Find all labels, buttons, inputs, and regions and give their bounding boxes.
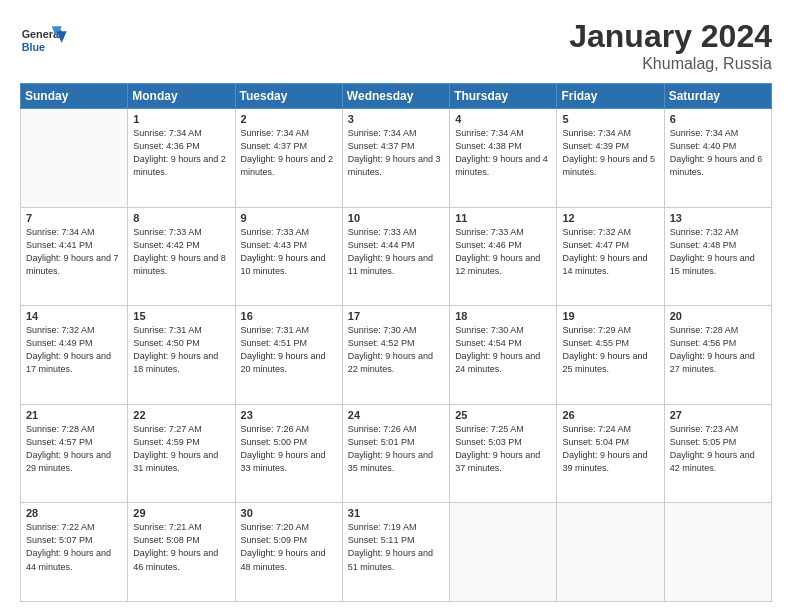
day-number: 19 — [562, 310, 658, 322]
table-row — [557, 503, 664, 602]
day-info: Sunrise: 7:34 AM Sunset: 4:41 PM Dayligh… — [26, 226, 122, 278]
day-info: Sunrise: 7:28 AM Sunset: 4:56 PM Dayligh… — [670, 324, 766, 376]
table-row: 18Sunrise: 7:30 AM Sunset: 4:54 PM Dayli… — [450, 306, 557, 405]
table-row: 12Sunrise: 7:32 AM Sunset: 4:47 PM Dayli… — [557, 207, 664, 306]
day-info: Sunrise: 7:29 AM Sunset: 4:55 PM Dayligh… — [562, 324, 658, 376]
day-info: Sunrise: 7:33 AM Sunset: 4:44 PM Dayligh… — [348, 226, 444, 278]
day-info: Sunrise: 7:33 AM Sunset: 4:43 PM Dayligh… — [241, 226, 337, 278]
table-row: 1Sunrise: 7:34 AM Sunset: 4:36 PM Daylig… — [128, 109, 235, 208]
day-info: Sunrise: 7:22 AM Sunset: 5:07 PM Dayligh… — [26, 521, 122, 573]
table-row — [664, 503, 771, 602]
table-row: 14Sunrise: 7:32 AM Sunset: 4:49 PM Dayli… — [21, 306, 128, 405]
table-row: 15Sunrise: 7:31 AM Sunset: 4:50 PM Dayli… — [128, 306, 235, 405]
table-row: 21Sunrise: 7:28 AM Sunset: 4:57 PM Dayli… — [21, 404, 128, 503]
table-row: 29Sunrise: 7:21 AM Sunset: 5:08 PM Dayli… — [128, 503, 235, 602]
day-info: Sunrise: 7:31 AM Sunset: 4:51 PM Dayligh… — [241, 324, 337, 376]
table-row: 4Sunrise: 7:34 AM Sunset: 4:38 PM Daylig… — [450, 109, 557, 208]
day-number: 26 — [562, 409, 658, 421]
day-info: Sunrise: 7:25 AM Sunset: 5:03 PM Dayligh… — [455, 423, 551, 475]
day-number: 2 — [241, 113, 337, 125]
day-info: Sunrise: 7:26 AM Sunset: 5:00 PM Dayligh… — [241, 423, 337, 475]
day-number: 23 — [241, 409, 337, 421]
day-number: 31 — [348, 507, 444, 519]
table-row: 9Sunrise: 7:33 AM Sunset: 4:43 PM Daylig… — [235, 207, 342, 306]
day-number: 10 — [348, 212, 444, 224]
calendar-week-row: 14Sunrise: 7:32 AM Sunset: 4:49 PM Dayli… — [21, 306, 772, 405]
day-info: Sunrise: 7:28 AM Sunset: 4:57 PM Dayligh… — [26, 423, 122, 475]
calendar-table: Sunday Monday Tuesday Wednesday Thursday… — [20, 83, 772, 602]
day-info: Sunrise: 7:34 AM Sunset: 4:40 PM Dayligh… — [670, 127, 766, 179]
day-info: Sunrise: 7:32 AM Sunset: 4:49 PM Dayligh… — [26, 324, 122, 376]
day-number: 29 — [133, 507, 229, 519]
day-info: Sunrise: 7:23 AM Sunset: 5:05 PM Dayligh… — [670, 423, 766, 475]
table-row: 16Sunrise: 7:31 AM Sunset: 4:51 PM Dayli… — [235, 306, 342, 405]
day-info: Sunrise: 7:32 AM Sunset: 4:48 PM Dayligh… — [670, 226, 766, 278]
day-number: 28 — [26, 507, 122, 519]
page: General Blue January 2024 Khumalag, Russ… — [0, 0, 792, 612]
day-number: 24 — [348, 409, 444, 421]
header-friday: Friday — [557, 84, 664, 109]
day-info: Sunrise: 7:34 AM Sunset: 4:36 PM Dayligh… — [133, 127, 229, 179]
svg-text:Blue: Blue — [22, 41, 45, 53]
day-number: 20 — [670, 310, 766, 322]
table-row: 2Sunrise: 7:34 AM Sunset: 4:37 PM Daylig… — [235, 109, 342, 208]
table-row: 19Sunrise: 7:29 AM Sunset: 4:55 PM Dayli… — [557, 306, 664, 405]
table-row: 24Sunrise: 7:26 AM Sunset: 5:01 PM Dayli… — [342, 404, 449, 503]
day-info: Sunrise: 7:20 AM Sunset: 5:09 PM Dayligh… — [241, 521, 337, 573]
calendar-week-row: 1Sunrise: 7:34 AM Sunset: 4:36 PM Daylig… — [21, 109, 772, 208]
day-info: Sunrise: 7:32 AM Sunset: 4:47 PM Dayligh… — [562, 226, 658, 278]
day-number: 3 — [348, 113, 444, 125]
calendar-week-row: 21Sunrise: 7:28 AM Sunset: 4:57 PM Dayli… — [21, 404, 772, 503]
table-row: 11Sunrise: 7:33 AM Sunset: 4:46 PM Dayli… — [450, 207, 557, 306]
table-row: 6Sunrise: 7:34 AM Sunset: 4:40 PM Daylig… — [664, 109, 771, 208]
day-number: 18 — [455, 310, 551, 322]
table-row: 25Sunrise: 7:25 AM Sunset: 5:03 PM Dayli… — [450, 404, 557, 503]
day-number: 1 — [133, 113, 229, 125]
day-info: Sunrise: 7:34 AM Sunset: 4:37 PM Dayligh… — [348, 127, 444, 179]
day-number: 12 — [562, 212, 658, 224]
table-row: 3Sunrise: 7:34 AM Sunset: 4:37 PM Daylig… — [342, 109, 449, 208]
table-row: 13Sunrise: 7:32 AM Sunset: 4:48 PM Dayli… — [664, 207, 771, 306]
calendar-subtitle: Khumalag, Russia — [569, 55, 772, 73]
day-number: 21 — [26, 409, 122, 421]
day-info: Sunrise: 7:34 AM Sunset: 4:39 PM Dayligh… — [562, 127, 658, 179]
header-sunday: Sunday — [21, 84, 128, 109]
day-info: Sunrise: 7:27 AM Sunset: 4:59 PM Dayligh… — [133, 423, 229, 475]
title-block: January 2024 Khumalag, Russia — [569, 18, 772, 73]
day-number: 5 — [562, 113, 658, 125]
table-row: 30Sunrise: 7:20 AM Sunset: 5:09 PM Dayli… — [235, 503, 342, 602]
table-row: 17Sunrise: 7:30 AM Sunset: 4:52 PM Dayli… — [342, 306, 449, 405]
day-number: 15 — [133, 310, 229, 322]
header-thursday: Thursday — [450, 84, 557, 109]
calendar-title: January 2024 — [569, 18, 772, 55]
table-row — [21, 109, 128, 208]
table-row: 20Sunrise: 7:28 AM Sunset: 4:56 PM Dayli… — [664, 306, 771, 405]
calendar-week-row: 7Sunrise: 7:34 AM Sunset: 4:41 PM Daylig… — [21, 207, 772, 306]
table-row: 22Sunrise: 7:27 AM Sunset: 4:59 PM Dayli… — [128, 404, 235, 503]
day-number: 6 — [670, 113, 766, 125]
day-number: 13 — [670, 212, 766, 224]
header-wednesday: Wednesday — [342, 84, 449, 109]
logo: General Blue — [20, 18, 70, 63]
table-row: 7Sunrise: 7:34 AM Sunset: 4:41 PM Daylig… — [21, 207, 128, 306]
day-number: 7 — [26, 212, 122, 224]
header-saturday: Saturday — [664, 84, 771, 109]
table-row: 23Sunrise: 7:26 AM Sunset: 5:00 PM Dayli… — [235, 404, 342, 503]
day-info: Sunrise: 7:21 AM Sunset: 5:08 PM Dayligh… — [133, 521, 229, 573]
table-row: 26Sunrise: 7:24 AM Sunset: 5:04 PM Dayli… — [557, 404, 664, 503]
day-info: Sunrise: 7:33 AM Sunset: 4:42 PM Dayligh… — [133, 226, 229, 278]
day-info: Sunrise: 7:19 AM Sunset: 5:11 PM Dayligh… — [348, 521, 444, 573]
table-row: 8Sunrise: 7:33 AM Sunset: 4:42 PM Daylig… — [128, 207, 235, 306]
day-number: 25 — [455, 409, 551, 421]
day-info: Sunrise: 7:33 AM Sunset: 4:46 PM Dayligh… — [455, 226, 551, 278]
day-number: 11 — [455, 212, 551, 224]
day-number: 22 — [133, 409, 229, 421]
day-number: 8 — [133, 212, 229, 224]
day-number: 30 — [241, 507, 337, 519]
table-row: 27Sunrise: 7:23 AM Sunset: 5:05 PM Dayli… — [664, 404, 771, 503]
table-row: 31Sunrise: 7:19 AM Sunset: 5:11 PM Dayli… — [342, 503, 449, 602]
header-tuesday: Tuesday — [235, 84, 342, 109]
header-monday: Monday — [128, 84, 235, 109]
calendar-week-row: 28Sunrise: 7:22 AM Sunset: 5:07 PM Dayli… — [21, 503, 772, 602]
day-number: 16 — [241, 310, 337, 322]
